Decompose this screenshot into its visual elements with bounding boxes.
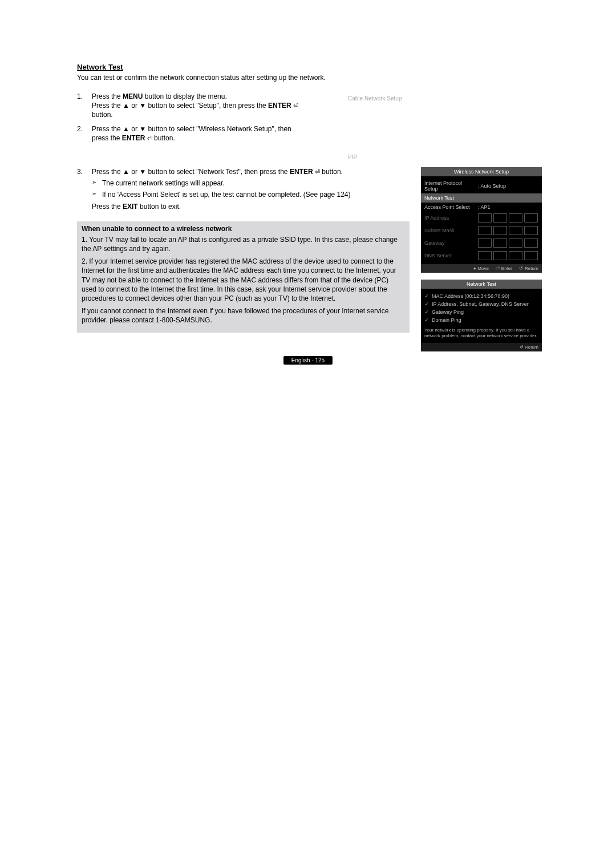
osd-network-test: Network Test MAC Address (00:12:34:56:78… — [421, 280, 542, 351]
troubleshoot-p1: 1. Your TV may fail to locate an AP that… — [82, 235, 405, 253]
osd-row-ip: IP Address — [424, 212, 538, 224]
intro-text: You can test or confirm the network conn… — [77, 74, 542, 82]
faded-cable-label: Cable Network Setup — [348, 95, 542, 102]
troubleshoot-title: When unable to connect to a wireless net… — [82, 225, 405, 233]
osd-setup-title: Wireless Network Setup — [421, 167, 542, 176]
section-heading: Network Test — [77, 63, 542, 71]
test-item-gping: Gateway Ping — [424, 308, 538, 316]
step-number: 1. — [77, 92, 92, 120]
step-text: Press the ▲ or ▼ button to select "Wirel… — [92, 124, 302, 143]
enter-icon: ⏎ — [293, 102, 298, 110]
osd-row-gateway: Gateway — [424, 237, 538, 249]
faded-menu-hints: Cable Network Setup PIP — [319, 92, 542, 160]
test-item-dping: Domain Ping — [424, 316, 538, 324]
troubleshoot-p3: If you cannot connect to the Internet ev… — [82, 306, 405, 325]
sub-bullet: If no 'Access Point Select' is set up, t… — [92, 190, 351, 199]
step-text: Press the ▲ or ▼ button to select "Netwo… — [92, 167, 351, 211]
enter-icon: ⏎ — [147, 134, 152, 143]
osd-row-ips[interactable]: Internet Protocol Setup : Auto Setup — [424, 179, 538, 193]
step-text: Press the MENU button to display the men… — [92, 92, 302, 120]
page-footer: English - 125 — [0, 356, 616, 364]
osd-test-footer-return: Return — [421, 343, 542, 351]
osd-wireless-setup: Wireless Network Setup Internet Protocol… — [421, 167, 542, 273]
troubleshoot-p2: 2. If your Internet service provider has… — [82, 257, 405, 303]
test-message: Your network is operating properly. If y… — [424, 325, 538, 341]
faded-pip-label: PIP — [348, 154, 542, 160]
test-item-mac: MAC Address (00:12:34:56:78:90) — [424, 292, 538, 300]
osd-footer-enter: Enter — [496, 266, 512, 271]
osd-row-network-test[interactable]: Network Test — [421, 193, 542, 203]
osd-test-title: Network Test — [421, 280, 542, 289]
enter-icon: ⏎ — [315, 168, 320, 176]
osd-row-aps[interactable]: Access Point Select : AP1 — [424, 203, 538, 212]
step-number: 3. — [77, 167, 92, 211]
sub-bullet: The current network settings will appear… — [92, 179, 351, 188]
test-item-ip: IP Address, Subnet, Gateway, DNS Server — [424, 300, 538, 308]
step-number: 2. — [77, 124, 92, 143]
osd-row-dns: DNS Server — [424, 249, 538, 262]
troubleshoot-box: When unable to connect to a wireless net… — [77, 221, 410, 333]
osd-footer-move: Move — [473, 266, 489, 271]
osd-footer-return: Return — [519, 266, 538, 271]
osd-row-subnet: Subnet Mask — [424, 224, 538, 237]
